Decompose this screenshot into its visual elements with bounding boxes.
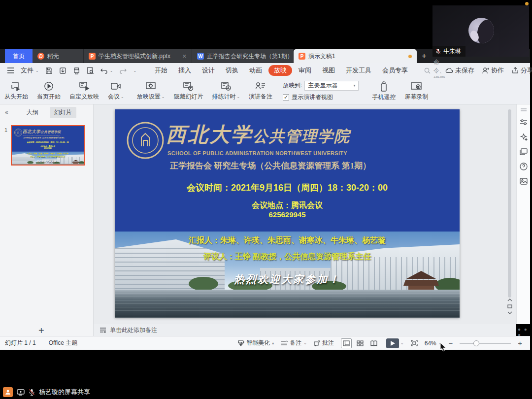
- slide-reviewer: 评议人：王铮 副教授，公共信息资源管理系主任: [115, 252, 460, 262]
- rehearse-timing-button[interactable]: 排练计时⌄: [207, 81, 244, 101]
- add-slide-button[interactable]: +: [38, 325, 44, 336]
- tab-doc-word[interactable]: W 正学报告会研究生专场（第1期） ✕: [192, 49, 294, 63]
- menu-slideshow-active[interactable]: 放映: [268, 65, 292, 76]
- zoom-level[interactable]: 64%⌄: [425, 340, 442, 347]
- presenter-view-label: 显示演讲者视图: [292, 93, 333, 101]
- tab-slides[interactable]: 幻灯片: [50, 107, 76, 118]
- slide-presenters: 汇报人：朱琳、许瑛、朱思雨、谢寒冰、牛朱琳、杨艺璇: [115, 235, 460, 246]
- zoom-slider-thumb[interactable]: [473, 340, 479, 346]
- menu-member[interactable]: 会员专享: [377, 66, 413, 75]
- view-normal-button[interactable]: [341, 338, 352, 348]
- slide-nav-icon[interactable]: [507, 304, 512, 308]
- notes-bar[interactable]: 单击此处添加备注: [94, 324, 516, 336]
- notes-button[interactable]: 备注 ⌄: [281, 339, 307, 347]
- speaker-notes-button[interactable]: 演讲备注: [244, 81, 277, 101]
- view-sorter-button[interactable]: [355, 338, 366, 348]
- comments-label: 批注: [322, 339, 334, 347]
- show-settings-button[interactable]: 放映设置⌄: [133, 81, 169, 101]
- slide-meeting-time: 会议时间：2021年9月16日（周四）18：30-20：00: [115, 182, 460, 194]
- slide-reviewer: 评议人：王铮 副教授，公共信息资源管理系主任: [12, 156, 84, 158]
- custom-show-button[interactable]: 自定义放映: [65, 81, 103, 101]
- speaker-notes-label: 演讲备注: [249, 93, 272, 101]
- ppt-file-icon: P: [299, 53, 305, 60]
- zoom-in-button[interactable]: +: [518, 339, 522, 347]
- slide[interactable]: 西北大学公共管理学院 SCHOOL OF PUBLIC ADMINISTRATI…: [115, 109, 460, 318]
- phone-remote-label: 手机遥控: [372, 93, 396, 101]
- menu-view[interactable]: 视图: [317, 66, 340, 75]
- meeting-button[interactable]: 会议⌄: [103, 81, 129, 101]
- collab-button[interactable]: 协作: [482, 66, 504, 75]
- menu-animation[interactable]: 动画: [244, 66, 267, 75]
- help-icon[interactable]: [520, 163, 528, 170]
- menu-devtools[interactable]: 开发工具: [340, 66, 377, 75]
- share-button[interactable]: 分享: [512, 66, 532, 75]
- comments-button[interactable]: 批注: [314, 339, 334, 347]
- image-tool-icon[interactable]: [520, 178, 528, 185]
- from-current-label: 当页开始: [37, 93, 61, 101]
- zoom-slider[interactable]: [460, 343, 511, 344]
- cloud-icon: [445, 67, 453, 73]
- vertical-scrollbar[interactable]: [508, 109, 511, 298]
- properties-sliders-icon[interactable]: [520, 119, 528, 126]
- hide-slide-button[interactable]: 隐藏幻灯片: [169, 81, 207, 101]
- tab-home[interactable]: 首页: [5, 49, 33, 63]
- slide-canvas[interactable]: 西北大学公共管理学院 SCHOOL OF PUBLIC ADMINISTRATI…: [94, 104, 516, 324]
- print-icon[interactable]: [73, 67, 80, 74]
- tab-doc-pptx[interactable]: P 学生档案管理模式创新.pptx ✕: [84, 49, 192, 63]
- menu-transition[interactable]: 切换: [220, 66, 244, 75]
- play-from-beginning-button[interactable]: 从头开始: [0, 81, 33, 101]
- file-menu[interactable]: 文件⌄: [21, 66, 39, 75]
- menu-start[interactable]: 开始: [149, 66, 173, 75]
- slide-title: 西北大学公共管理学院: [166, 121, 350, 148]
- play-from-current-button[interactable]: 当页开始: [33, 81, 65, 101]
- bottom-bar: 杨艺璇的屏幕共享: [0, 350, 532, 399]
- redo-button[interactable]: [119, 67, 127, 74]
- close-tab-icon[interactable]: ✕: [182, 53, 187, 60]
- presenter-view-checkbox[interactable]: ✓: [283, 94, 289, 100]
- participant-video[interactable]: 牛朱琳: [432, 5, 529, 57]
- view-read-button[interactable]: [368, 338, 379, 348]
- save-status[interactable]: 未保存: [445, 66, 474, 75]
- tab-doc-word-label: 正学报告会研究生专场（第1期）: [207, 52, 293, 61]
- prev-slide-icon[interactable]: [507, 299, 512, 301]
- toolbar-more-icon[interactable]: ⌄: [133, 68, 136, 73]
- menu-review[interactable]: 审阅: [293, 66, 317, 75]
- zoom-out-button[interactable]: −: [448, 339, 453, 347]
- tab-current-presentation[interactable]: P 演示文稿1: [294, 49, 417, 63]
- beautify-icon: [237, 340, 244, 346]
- display-target-select[interactable]: 主要显示器 ▾: [304, 81, 359, 91]
- zoom-value: 64%: [425, 340, 436, 347]
- menu-bar: 文件⌄ ⌄ ⌄ 开始 插入 设计 切换 动画 放映 审阅 视图 开发工具 会员专…: [0, 63, 530, 78]
- phone-remote-button[interactable]: 手机遥控: [367, 81, 400, 101]
- chevron-down-icon[interactable]: ⌄: [400, 341, 404, 345]
- save-icon[interactable]: [45, 67, 53, 74]
- undo-button[interactable]: ⌄: [100, 67, 113, 74]
- next-slide-icon[interactable]: [507, 311, 512, 314]
- beautify-label: 智能美化: [246, 339, 270, 347]
- slide-meeting-id: 625629945: [12, 147, 84, 149]
- layout-slides-icon[interactable]: [520, 148, 528, 155]
- share-banner-label: 杨艺璇的屏幕共享: [39, 388, 90, 397]
- slide-thumbnail[interactable]: 西北大学公共管理学院 SCHOOL OF PUBLIC ADMINISTRATI…: [11, 125, 85, 166]
- play-slideshow-button[interactable]: [386, 338, 399, 348]
- print-preview-icon[interactable]: [87, 67, 94, 74]
- drag-handle-icon[interactable]: [520, 108, 527, 111]
- screen-share-icon: [17, 389, 25, 396]
- beautify-button[interactable]: 智能美化 ▴: [237, 339, 274, 347]
- school-logo: [14, 128, 23, 137]
- screen-record-label: 屏幕录制: [404, 93, 428, 101]
- tab-outline[interactable]: 大纲: [22, 107, 43, 118]
- export-icon[interactable]: [59, 67, 66, 74]
- menu-insert[interactable]: 插入: [173, 66, 197, 75]
- ribbon: 从头开始 当页开始 自定义放映 会议⌄ 放映设置⌄ 隐藏幻灯片 排练计时⌄ 演: [0, 78, 530, 104]
- theme-name[interactable]: Office 主题: [49, 339, 77, 347]
- collapse-panel-button[interactable]: «: [5, 109, 8, 116]
- fit-screen-icon[interactable]: [411, 340, 418, 346]
- beautify-star-icon[interactable]: [520, 133, 528, 141]
- chevron-down-icon: ⌄: [35, 68, 39, 73]
- hamburger-icon[interactable]: [7, 67, 14, 73]
- screen-record-button[interactable]: 屏幕录制: [400, 81, 432, 101]
- menu-design[interactable]: 设计: [197, 66, 220, 75]
- tab-docer[interactable]: D 稻壳: [33, 49, 84, 63]
- meeting-label: 会议: [108, 93, 120, 101]
